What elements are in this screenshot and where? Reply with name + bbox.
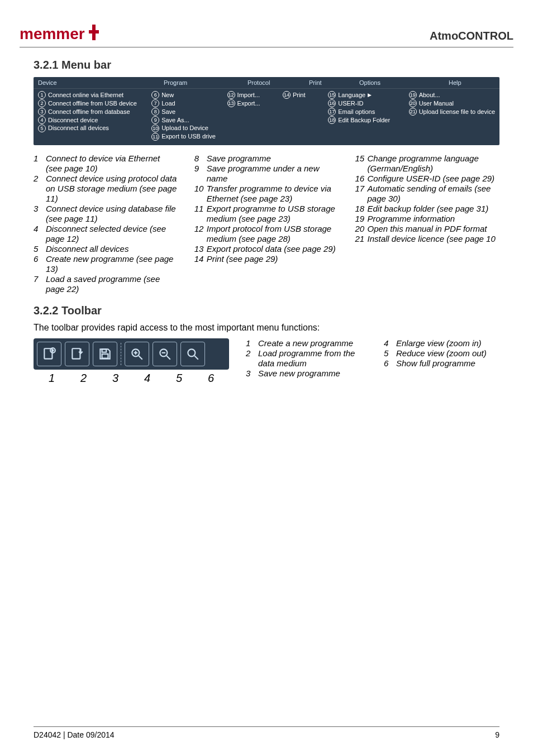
legend-text: Connect to device via Ethernet (see page… — [46, 154, 178, 174]
legend-row: 10Transfer programme to device via Ether… — [194, 184, 339, 204]
menu-item-label: Import... — [237, 91, 260, 99]
legend-text: Save programme — [207, 154, 339, 164]
legend-number: 6 — [34, 254, 46, 274]
legend-text: Install device licence (see page 10 — [367, 234, 499, 244]
legend-row: 15Change programme language (German/Engl… — [355, 154, 499, 174]
menu-item-label: Upload to Device — [161, 124, 208, 132]
legend-text: Configure USER-ID (see page 29) — [367, 174, 499, 184]
svg-rect-3 — [44, 348, 52, 358]
legend-number: 21 — [355, 234, 367, 244]
legend-text: Export programme to USB storage medium (… — [207, 204, 339, 224]
legend-text: Transfer programme to device via Etherne… — [207, 184, 339, 204]
menu-item: 16USER-ID — [328, 99, 408, 108]
legend-text: Edit backup folder (see page 31) — [367, 204, 499, 214]
new-programme-icon — [37, 342, 61, 366]
toolbar-legend: 1Create a new programme2Load programme f… — [229, 338, 499, 379]
menu-item: 10Upload to Device — [151, 124, 227, 132]
menu-item-label: Export... — [237, 99, 260, 108]
legend-row: 8Save programme — [194, 154, 339, 164]
chevron-right-icon: ▶ — [368, 92, 372, 98]
menu-item: 1Connect online via Ethernet — [38, 91, 151, 99]
legend-number: 2 — [34, 174, 46, 204]
section-title-toolbar: 3.2.2 Toolbar — [34, 304, 499, 317]
menu-item-label: Load — [161, 99, 175, 108]
legend-number: 18 — [355, 204, 367, 214]
legend-text: Create a new programme — [258, 338, 361, 348]
legend-text: Load programme from the data medium — [258, 348, 361, 369]
legend-row: 2Load programme from the data medium — [246, 348, 361, 369]
legend-text: Open this manual in PDF format — [367, 224, 499, 234]
legend-row: 13Export protocol data (see page 29) — [194, 244, 339, 254]
zoom-in-icon — [125, 342, 149, 366]
legend-number: 4 — [34, 224, 46, 244]
section-title-menubar: 3.2.1 Menu bar — [34, 59, 499, 71]
legend-number: 4 — [384, 338, 396, 348]
legend-row: 1Connect to device via Ethernet (see pag… — [34, 154, 178, 174]
legend-text: Automatic sending of emails (see page 30… — [367, 184, 499, 204]
menu-item-label: New — [161, 91, 174, 99]
legend-row: 14Print (see page 29) — [194, 254, 339, 264]
legend-row: 11Export programme to USB storage medium… — [194, 204, 339, 224]
menu-item-label: Disconnect all devices — [48, 124, 109, 132]
toolbar-separator — [121, 343, 121, 365]
legend-row: 3Connect device using database file (see… — [34, 204, 178, 224]
product-name: AtmoCONTROL — [430, 30, 513, 45]
toolbar-intro: The toolbar provides rapid access to the… — [34, 323, 499, 333]
svg-rect-7 — [72, 348, 80, 358]
toolbar-legend-col: 1Create a new programme2Load programme f… — [246, 338, 361, 379]
menu-help-label: Help — [449, 79, 495, 86]
legend-text: Export protocol data (see page 29) — [207, 244, 339, 254]
svg-line-11 — [139, 356, 142, 360]
menu-item-label: Connect offline from database — [48, 108, 130, 116]
legend-row: 1Create a new programme — [246, 338, 361, 348]
legend-row: 5Reduce view (zoom out) — [384, 348, 499, 358]
legend-number: 1 — [34, 154, 46, 174]
legend-text: Save new programme — [258, 369, 361, 379]
menu-item-label: Disconnect device — [48, 116, 98, 125]
legend-text: Connect device using database file (see … — [46, 204, 178, 224]
legend-number: 3 — [34, 204, 46, 224]
legend-number: 17 — [355, 184, 367, 204]
legend-row: 9Save programme under a new name — [194, 164, 339, 184]
legend-text: Connect device using protocol data on US… — [46, 174, 178, 204]
svg-rect-2 — [89, 30, 99, 34]
menu-item: 2Connect offline from USB device — [38, 99, 151, 108]
menu-item-label: Export to USB drive — [161, 132, 216, 141]
legend-number: 1 — [246, 338, 258, 348]
legend-number: 16 — [355, 174, 367, 184]
menu-program-label: Program — [164, 79, 248, 86]
toolbar-screenshot: 1 2 3 4 5 6 — [34, 338, 229, 385]
legend-number: 5 — [384, 348, 396, 358]
logo: memmer — [20, 22, 115, 45]
svg-rect-8 — [102, 349, 107, 352]
toolbar-num: 5 — [167, 372, 192, 385]
menu-item: 6New — [151, 91, 227, 99]
zoom-out-icon — [153, 342, 177, 366]
legend-number: 8 — [194, 154, 207, 164]
menu-item: 13Export... — [227, 99, 283, 108]
legend-number: 15 — [355, 154, 367, 174]
menu-options-label: Options — [359, 79, 449, 86]
legend-row: 7Load a saved programme (see page 22) — [34, 274, 178, 294]
page-number: 9 — [495, 730, 499, 739]
menu-item-label: Save As... — [161, 116, 189, 125]
legend-number: 11 — [194, 204, 207, 224]
legend-text: Change programme language (German/Englis… — [367, 154, 499, 174]
legend-row: 6Create new programme (see page 13) — [34, 254, 178, 274]
svg-text:memmer: memmer — [20, 25, 85, 42]
toolbar-num: 6 — [199, 372, 223, 385]
menu-item: 21Upload license file to device — [409, 108, 495, 116]
menu-protocol-label: Protocol — [248, 79, 309, 86]
menu-item: 12Import... — [227, 91, 283, 99]
legend-number: 10 — [194, 184, 207, 204]
menu-item: 7Load — [151, 99, 227, 108]
legend-text: Show full programme — [396, 358, 499, 369]
menu-item: 4Disconnect device — [38, 116, 151, 125]
legend-number: 13 — [194, 244, 207, 254]
legend-number: 19 — [355, 214, 367, 224]
legend-number: 6 — [384, 358, 396, 369]
legend-number: 20 — [355, 224, 367, 234]
toolbar-num: 3 — [103, 372, 128, 385]
legend-row: 19Programme information — [355, 214, 499, 224]
menu-item: 8Save — [151, 108, 227, 116]
